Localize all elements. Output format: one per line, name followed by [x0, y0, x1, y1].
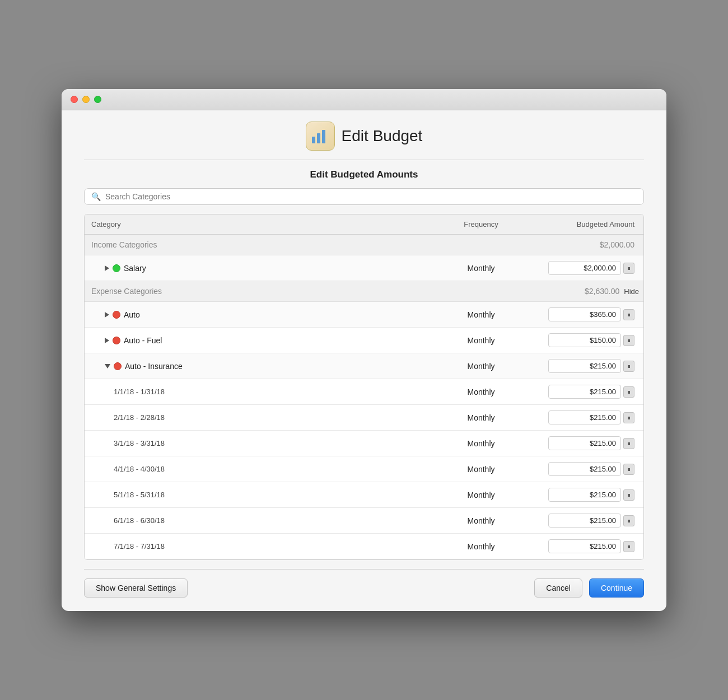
amount-cell-sub-2: ∎: [531, 431, 643, 456]
calc-icon-salary[interactable]: ∎: [623, 263, 634, 274]
calc-icon-sub-3[interactable]: ∎: [623, 464, 634, 475]
calc-icon-sub-6[interactable]: ∎: [623, 541, 634, 552]
col-category: Category: [85, 218, 431, 231]
amount-cell-auto: ∎: [531, 302, 643, 327]
window-title: Edit Budget: [342, 127, 423, 145]
search-input[interactable]: [105, 192, 637, 201]
hide-button[interactable]: Hide: [624, 287, 639, 296]
svg-rect-1: [317, 133, 320, 143]
frequency-salary: Monthly: [431, 258, 531, 278]
calc-icon-auto[interactable]: ∎: [623, 309, 634, 320]
frequency-auto-insurance: Monthly: [431, 356, 531, 376]
amount-cell-sub-6: ∎: [531, 534, 643, 559]
date-cell-3: 4/1/18 - 4/30/18: [85, 459, 431, 479]
expand-triangle-auto[interactable]: [105, 312, 109, 318]
income-group-amount: $2,000.00: [531, 239, 643, 250]
amount-input-sub-2[interactable]: [548, 436, 621, 450]
expand-triangle-auto-insurance[interactable]: [105, 364, 110, 368]
date-cell-0: 1/1/18 - 1/31/18: [85, 382, 431, 402]
table-row: 6/1/18 - 6/30/18 Monthly ∎: [85, 508, 643, 534]
frequency-sub-3: Monthly: [431, 459, 531, 479]
table-row: 2/1/18 - 2/28/18 Monthly ∎: [85, 405, 643, 431]
cancel-button[interactable]: Cancel: [534, 578, 582, 598]
svg-rect-0: [312, 137, 315, 143]
date-cell-1: 2/1/18 - 2/28/18: [85, 408, 431, 427]
date-cell-5: 6/1/18 - 6/30/18: [85, 511, 431, 530]
frequency-sub-2: Monthly: [431, 433, 531, 454]
amount-cell-sub-1: ∎: [531, 405, 643, 430]
app-header: Edit Budget: [84, 122, 644, 160]
traffic-lights: [71, 96, 101, 103]
minimize-button[interactable]: [82, 96, 90, 103]
table-row: Auto - Fuel Monthly ∎: [85, 328, 643, 353]
amount-input-sub-4[interactable]: [548, 488, 621, 502]
table-header: Category Frequency Budgeted Amount: [85, 214, 643, 235]
budget-table: Category Frequency Budgeted Amount Incom…: [84, 214, 644, 560]
frequency-sub-0: Monthly: [431, 382, 531, 402]
date-cell-2: 3/1/18 - 3/31/18: [85, 433, 431, 453]
income-group-row: Income Categories $2,000.00: [85, 235, 643, 255]
col-amount: Budgeted Amount: [531, 218, 643, 231]
calc-icon-sub-2[interactable]: ∎: [623, 438, 634, 449]
dot-red-auto-insurance: [114, 362, 122, 370]
close-button[interactable]: [71, 96, 78, 103]
calc-icon-sub-5[interactable]: ∎: [623, 515, 634, 526]
amount-input-auto-fuel[interactable]: [548, 333, 621, 347]
date-cell-4: 5/1/18 - 5/31/18: [85, 485, 431, 505]
expense-group-actions: $2,630.00 Hide: [531, 286, 643, 297]
dot-green-salary: [113, 264, 120, 272]
table-row: Auto - Insurance Monthly ∎: [85, 353, 643, 379]
table-row: 3/1/18 - 3/31/18 Monthly ∎: [85, 431, 643, 456]
maximize-button[interactable]: [94, 96, 101, 103]
title-bar: [62, 89, 666, 110]
category-cell-auto-fuel: Auto - Fuel: [85, 330, 431, 351]
calc-icon-sub-1[interactable]: ∎: [623, 412, 634, 423]
calc-icon-auto-insurance[interactable]: ∎: [623, 361, 634, 372]
amount-input-salary[interactable]: [548, 261, 621, 275]
amount-cell-sub-0: ∎: [531, 379, 643, 404]
svg-rect-2: [322, 130, 325, 143]
category-name-auto-insurance: Auto - Insurance: [125, 362, 183, 371]
expense-group-amount: $2,630.00: [585, 287, 619, 296]
category-cell-salary: Salary: [85, 258, 431, 278]
amount-input-auto[interactable]: [548, 307, 621, 321]
table-row: 4/1/18 - 4/30/18 Monthly ∎: [85, 456, 643, 482]
income-group-label: Income Categories: [85, 239, 431, 250]
window-body: Edit Budget Edit Budgeted Amounts 🔍 Cate…: [62, 110, 666, 611]
amount-input-auto-insurance[interactable]: [548, 359, 621, 373]
expand-triangle-auto-fuel[interactable]: [105, 338, 109, 343]
calc-icon-auto-fuel[interactable]: ∎: [623, 335, 634, 346]
calc-icon-sub-0[interactable]: ∎: [623, 386, 634, 398]
expense-group-row: Expense Categories $2,630.00 Hide: [85, 281, 643, 302]
footer-left: Show General Settings: [84, 578, 188, 598]
continue-button[interactable]: Continue: [589, 578, 644, 598]
show-general-settings-button[interactable]: Show General Settings: [84, 578, 188, 598]
table-row: Salary Monthly ∎: [85, 255, 643, 281]
category-cell-auto-insurance: Auto - Insurance: [85, 356, 431, 376]
amount-input-sub-6[interactable]: [548, 539, 621, 553]
amount-input-sub-1[interactable]: [548, 410, 621, 424]
amount-cell-sub-4: ∎: [531, 482, 643, 507]
category-cell-auto: Auto: [85, 305, 431, 325]
search-bar: 🔍: [84, 188, 644, 205]
table-row: 7/1/18 - 7/31/18 Monthly ∎: [85, 534, 643, 559]
edit-budget-window: Edit Budget Edit Budgeted Amounts 🔍 Cate…: [62, 89, 666, 611]
amount-cell-sub-3: ∎: [531, 456, 643, 482]
section-title: Edit Budgeted Amounts: [84, 169, 644, 180]
table-row: 5/1/18 - 5/31/18 Monthly ∎: [85, 482, 643, 508]
calc-icon-sub-4[interactable]: ∎: [623, 489, 634, 501]
dot-red-auto: [113, 311, 120, 319]
category-name-auto: Auto: [124, 310, 140, 319]
expand-triangle-salary[interactable]: [105, 265, 109, 271]
amount-input-sub-5[interactable]: [548, 514, 621, 528]
amount-input-sub-3[interactable]: [548, 462, 621, 476]
category-name-salary: Salary: [124, 264, 146, 273]
table-scroll[interactable]: Income Categories $2,000.00 Salary Month…: [85, 235, 643, 559]
table-row: 1/1/18 - 1/31/18 Monthly ∎: [85, 379, 643, 405]
frequency-sub-6: Monthly: [431, 536, 531, 557]
amount-input-sub-0[interactable]: [548, 385, 621, 399]
frequency-sub-5: Monthly: [431, 511, 531, 531]
frequency-auto: Monthly: [431, 305, 531, 325]
footer-right: Cancel Continue: [534, 578, 644, 598]
expense-group-label: Expense Categories: [85, 286, 431, 297]
